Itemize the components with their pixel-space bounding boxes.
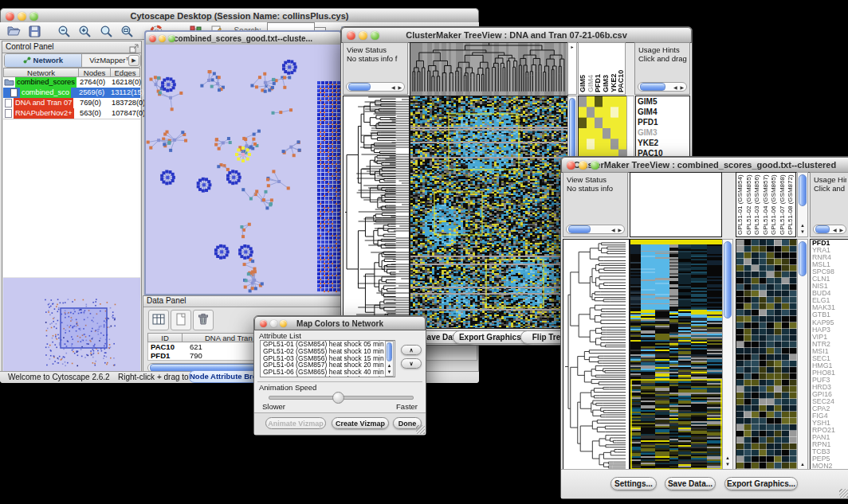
heatmap-zoom-view[interactable] bbox=[578, 96, 627, 161]
save-data-button[interactable]: Save Data... bbox=[665, 477, 716, 490]
network-canvas[interactable] bbox=[146, 45, 340, 294]
network-view-window: combined_scores_good.txt--cluste... bbox=[144, 30, 342, 295]
column-dendrogram[interactable] bbox=[630, 172, 722, 237]
minimize-button[interactable] bbox=[579, 161, 587, 170]
gene-label[interactable]: GIM5 bbox=[636, 96, 689, 107]
move-down-button[interactable]: ∨ bbox=[401, 358, 422, 369]
usage-hints-hscrollbar[interactable]: ◀ ▶ bbox=[813, 225, 846, 234]
minimize-button[interactable] bbox=[159, 35, 166, 42]
view-status-title: View Status bbox=[347, 45, 387, 54]
heatmap-vscrollbar[interactable]: ▲ ▼ bbox=[722, 239, 733, 470]
row-dendrogram[interactable] bbox=[343, 96, 410, 329]
network-row[interactable]: DNA and Tran 07 769(0) 183728(0) bbox=[3, 98, 140, 108]
usage-hints-hscrollbar[interactable]: ◀ ▶ bbox=[638, 82, 687, 92]
close-button[interactable] bbox=[6, 12, 14, 21]
col-header-nodes[interactable]: Nodes bbox=[79, 68, 111, 77]
settings-button[interactable]: Settings... bbox=[610, 477, 657, 490]
dialog-title-bar[interactable]: Map Colors to Network bbox=[254, 316, 426, 330]
minimize-button[interactable] bbox=[270, 320, 277, 327]
view-status-hscrollbar[interactable]: ◀ ▶ bbox=[566, 225, 625, 234]
column-dendrogram[interactable] bbox=[410, 42, 568, 96]
minimize-button[interactable] bbox=[359, 31, 367, 40]
close-button[interactable] bbox=[260, 320, 267, 327]
heatmap-main[interactable] bbox=[630, 239, 724, 471]
tab-overflow-arrow[interactable]: ▶ bbox=[128, 55, 139, 66]
treeview1-title-bar[interactable]: ClusterMaker TreeView : DNA and Tran 07-… bbox=[341, 27, 692, 43]
scroll-up-icon[interactable]: ▲ bbox=[723, 455, 732, 461]
zoom-button[interactable] bbox=[591, 161, 599, 170]
create-vizmap-button[interactable]: Create Vizmap bbox=[332, 417, 389, 429]
resize-grip[interactable] bbox=[416, 425, 425, 434]
scroll-down-icon[interactable]: ▼ bbox=[386, 369, 393, 375]
zoom-vscrollbar[interactable]: ▲ bbox=[797, 239, 808, 470]
close-button[interactable] bbox=[567, 161, 575, 170]
resize-grip[interactable] bbox=[839, 489, 848, 498]
scroll-right-icon[interactable]: ▸ bbox=[568, 45, 576, 50]
usage-hints-panel: Usage Hints Click and d ◀ ▶ bbox=[810, 172, 848, 237]
data-panel-title: Data Panel bbox=[147, 296, 186, 305]
network-row[interactable]: RNAPuberNov2+ 563(0) 107847(0) bbox=[3, 108, 140, 119]
attribute-list-vscrollbar[interactable]: ▲ ▼ bbox=[385, 341, 394, 377]
zoom-actual-icon[interactable] bbox=[97, 25, 115, 40]
export-graphics-button[interactable]: Export Graphics... bbox=[724, 477, 798, 490]
gene-label[interactable]: PFD1 bbox=[636, 117, 689, 127]
view-status-info: No status info bbox=[567, 184, 613, 193]
column-label: GPL51-07 (GSM868) bbox=[779, 173, 787, 236]
gene-label[interactable]: GIM3 bbox=[636, 127, 689, 138]
row-dendrogram[interactable] bbox=[563, 239, 630, 471]
attribute-list-label: Attribute List bbox=[259, 331, 301, 340]
usage-hints-title: Usage Hints bbox=[638, 45, 680, 54]
usage-hints-title: Usage Hints bbox=[814, 175, 846, 184]
gene-label[interactable]: GIM4 bbox=[636, 107, 689, 117]
attribute-item[interactable]: GPL51-07 (GSM868) heat shock 60 min bbox=[261, 376, 395, 377]
minimize-button[interactable] bbox=[18, 12, 26, 21]
tab-network[interactable]: Network bbox=[5, 54, 82, 67]
data-col-id[interactable]: ID bbox=[147, 333, 183, 342]
scroll-up-icon[interactable]: ▲ bbox=[798, 462, 807, 467]
scroll-up-icon[interactable]: ▲ bbox=[798, 223, 807, 229]
main-title-bar[interactable]: Cytoscape Desktop (Session Name: collins… bbox=[0, 8, 479, 24]
zoom-button[interactable] bbox=[371, 31, 379, 40]
delete-attribute-trash-icon[interactable] bbox=[193, 310, 214, 330]
usage-hints-info: Click and d bbox=[814, 184, 846, 193]
network-row-selected[interactable]: combined_sco 2569(6) 13112(15) bbox=[3, 88, 140, 98]
gene-label[interactable]: YKE2 bbox=[636, 138, 689, 148]
treeview2-title-bar[interactable]: ClusterMaker TreeView : combined_scores_… bbox=[561, 157, 848, 173]
zoom-button[interactable] bbox=[168, 35, 175, 42]
status-welcome: Welcome to Cytoscape 2.6.2 bbox=[8, 373, 110, 381]
network-row[interactable]: combined_scores 2764(0) 16218(0) bbox=[3, 77, 140, 88]
move-up-button[interactable]: ∧ bbox=[401, 345, 422, 355]
zoom-fit-icon[interactable] bbox=[119, 25, 136, 40]
heatmap-zoom-view[interactable] bbox=[736, 239, 798, 471]
col-header-edges[interactable]: Edges bbox=[111, 68, 140, 77]
column-label: GIM5 bbox=[579, 43, 587, 94]
view-status-hscrollbar[interactable]: ◀ ▶ bbox=[346, 82, 405, 92]
close-button[interactable] bbox=[149, 35, 156, 42]
animation-speed-label: Animation Speed bbox=[259, 383, 316, 392]
column-label: GPL51-01 (GSM854) bbox=[736, 173, 745, 236]
scroll-down-icon[interactable]: ▼ bbox=[723, 462, 732, 467]
zoom-button[interactable] bbox=[29, 12, 38, 21]
zoom-button[interactable] bbox=[280, 320, 287, 327]
zoom-in-icon[interactable] bbox=[77, 25, 94, 40]
control-panel-title: Control Panel bbox=[6, 42, 54, 51]
open-session-icon[interactable] bbox=[5, 25, 22, 40]
scroll-down-icon[interactable]: ▼ bbox=[798, 229, 807, 235]
close-button[interactable] bbox=[347, 31, 355, 40]
control-panel: Control Panel Network VizMapper™ ▶ Netwo… bbox=[2, 41, 142, 372]
view-status-panel: View Status No status info ◀ ▶ bbox=[563, 172, 628, 237]
animate-vizmap-button[interactable]: Animate Vizmap bbox=[265, 417, 326, 429]
col-header-network[interactable]: Network bbox=[3, 68, 79, 77]
select-attributes-icon[interactable] bbox=[148, 310, 169, 330]
treeview2-title: ClusterMaker TreeView : combined_scores_… bbox=[562, 160, 848, 170]
column-vscrollbar[interactable]: ▲ ▼ bbox=[797, 172, 808, 237]
speed-slider-thumb[interactable] bbox=[332, 392, 344, 404]
new-attribute-icon[interactable] bbox=[171, 310, 191, 330]
scroll-up-icon[interactable]: ▲ bbox=[386, 363, 393, 369]
column-label: GIM3 bbox=[602, 43, 610, 94]
window-controls bbox=[6, 12, 38, 21]
network-overview-thumbnail[interactable] bbox=[3, 278, 140, 371]
save-session-icon[interactable] bbox=[26, 25, 43, 40]
heatmap-main[interactable] bbox=[410, 96, 568, 329]
zoom-out-icon[interactable] bbox=[55, 25, 73, 40]
